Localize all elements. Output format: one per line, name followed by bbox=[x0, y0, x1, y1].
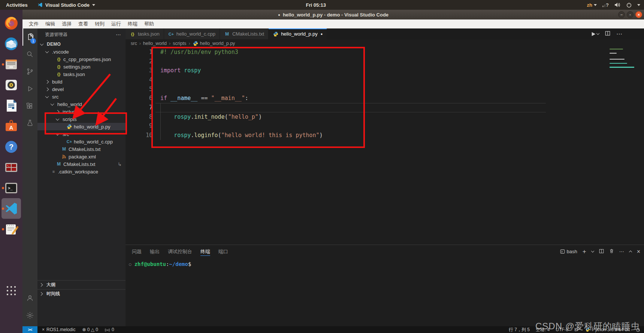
terminal-instance-bash[interactable]: bash bbox=[560, 249, 577, 254]
code-line-9[interactable]: 9 bbox=[126, 121, 644, 131]
tree-item-include[interactable]: include bbox=[37, 108, 126, 115]
activitybar-settings[interactable] bbox=[22, 307, 37, 324]
dock-item-file-manager[interactable] bbox=[1, 54, 21, 75]
code-line-8[interactable]: 8 rospy.init_node("hello_p") bbox=[126, 112, 644, 122]
tree-item-tasks.json[interactable]: {}tasks.json bbox=[37, 70, 126, 78]
menu-转到[interactable]: 转到 bbox=[91, 21, 108, 27]
status-ros-status[interactable]: ×ROS1.melodic bbox=[42, 327, 75, 332]
breadcrumb[interactable]: src›hello_world›scripts›hello_world_p.py bbox=[126, 39, 644, 48]
menu-选择[interactable]: 选择 bbox=[58, 21, 75, 27]
code-line-5[interactable]: 5 bbox=[126, 85, 644, 94]
menu-帮助[interactable]: 帮助 bbox=[141, 21, 157, 27]
breadcrumb-item-src[interactable]: src bbox=[131, 41, 137, 46]
run-button[interactable] bbox=[591, 31, 599, 37]
status-ros-network[interactable]: 0 bbox=[105, 327, 114, 332]
dock-item-show-applications[interactable] bbox=[1, 280, 21, 301]
tree-item-DEMO[interactable]: DEMO bbox=[37, 40, 126, 48]
tree-item-scripts[interactable]: scripts bbox=[37, 115, 126, 123]
tree-item-hello_world_p.py[interactable]: hello_world_p.py bbox=[37, 123, 126, 130]
tree-item-devel[interactable]: devel bbox=[37, 85, 126, 93]
breadcrumb-item-scripts[interactable]: scripts bbox=[173, 41, 186, 46]
dock-item-terminator[interactable]: >_ bbox=[1, 157, 21, 178]
clock[interactable]: Fri 05:13 bbox=[306, 2, 326, 8]
dock-item-vscode[interactable] bbox=[1, 198, 21, 219]
minimap[interactable] bbox=[610, 49, 636, 69]
panel-tab-终端[interactable]: 终端 bbox=[200, 245, 210, 258]
activitybar-explorer[interactable]: 1 bbox=[22, 28, 37, 46]
dock-item-media-player[interactable] bbox=[1, 75, 21, 95]
tree-item-hello_world[interactable]: hello_world bbox=[37, 100, 126, 108]
tab-tasks.json[interactable]: {}tasks.json bbox=[126, 28, 164, 39]
new-terminal-button[interactable]: + bbox=[583, 248, 586, 255]
tree-item-.vscode[interactable]: .vscode bbox=[37, 48, 126, 55]
more-actions-button[interactable]: ⋯ bbox=[616, 30, 622, 37]
activitybar-testing[interactable] bbox=[22, 115, 37, 132]
keyboard-layout-indicator[interactable]: zh bbox=[587, 2, 597, 8]
tree-item-settings.json[interactable]: {}settings.json bbox=[37, 63, 126, 70]
code-line-10[interactable]: 10 rospy.loginfo("hello world! this is p… bbox=[126, 131, 644, 140]
tree-item-CMakeLists.txt[interactable]: MCMakeLists.txt bbox=[37, 145, 126, 153]
menu-终端[interactable]: 终端 bbox=[124, 21, 141, 27]
sidebar-section-大纲[interactable]: 大纲 bbox=[37, 280, 126, 289]
dock-item-help[interactable]: ? bbox=[1, 136, 21, 157]
activitybar-account[interactable] bbox=[22, 290, 37, 307]
tree-item-src[interactable]: src bbox=[37, 130, 126, 138]
tree-item-build[interactable]: build bbox=[37, 78, 126, 85]
kill-terminal-button[interactable] bbox=[609, 248, 614, 255]
maximize-panel-icon[interactable] bbox=[629, 251, 632, 254]
dock-item-text-editor[interactable] bbox=[1, 219, 21, 239]
dock-item-firefox[interactable] bbox=[1, 13, 21, 33]
split-editor-button[interactable] bbox=[605, 31, 610, 37]
menu-查看[interactable]: 查看 bbox=[75, 21, 91, 27]
status-problems[interactable]: ⊗ 0 △ 0 bbox=[82, 327, 98, 332]
status-cursor-position[interactable]: 行 7，列 5 bbox=[509, 327, 530, 333]
activitybar-run-debug[interactable] bbox=[22, 80, 37, 97]
remote-indicator[interactable]: >< bbox=[22, 326, 37, 333]
tree-item-CMakeLists.txt[interactable]: MCMakeLists.txt↳ bbox=[37, 160, 126, 168]
close-button[interactable]: × bbox=[635, 11, 642, 18]
maximize-button[interactable]: ▫ bbox=[627, 11, 634, 18]
code-line-1[interactable]: 1#! /usr/bin/env python3 bbox=[126, 48, 644, 57]
window-titlebar[interactable]: ● hello_world_p.py - demo - Visual Studi… bbox=[22, 10, 644, 19]
tab-CMakeLists.txt[interactable]: MCMakeLists.txt bbox=[220, 28, 269, 39]
terminal-content[interactable]: ○ zhf@ubuntu:~/demo$ bbox=[126, 258, 644, 267]
activitybar-search[interactable] bbox=[22, 46, 37, 63]
tab-hello_world_c.cpp[interactable]: C+hello_world_c.cpp bbox=[164, 28, 220, 39]
tree-item-c_cpp_properties.json[interactable]: {}c_cpp_properties.json bbox=[37, 55, 126, 63]
split-terminal-button[interactable] bbox=[599, 249, 604, 255]
panel-more-actions[interactable]: ⋯ bbox=[619, 249, 624, 254]
tree-item-src[interactable]: src bbox=[37, 93, 126, 100]
code-editor[interactable]: 1#! /usr/bin/env python323import rospy45… bbox=[126, 48, 644, 245]
code-line-2[interactable]: 2 bbox=[126, 57, 644, 66]
tree-item-hello_world_c.cpp[interactable]: C+hello_world_c.cpp bbox=[37, 138, 126, 145]
app-menu-button[interactable]: Visual Studio Code bbox=[34, 2, 99, 8]
panel-tab-端口[interactable]: 端口 bbox=[218, 245, 228, 258]
code-line-6[interactable]: 6if __name__ == "__main__": bbox=[126, 94, 644, 103]
code-line-7[interactable]: 7 bbox=[126, 103, 644, 112]
breadcrumb-item-hello_world_p.py[interactable]: hello_world_p.py bbox=[193, 41, 235, 46]
panel-tab-调试控制台[interactable]: 调试控制台 bbox=[168, 245, 192, 258]
tab-hello_world_p.py[interactable]: hello_world_p.py● bbox=[269, 28, 327, 39]
tree-item-.catkin_workspace[interactable]: ≡.catkin_workspace bbox=[37, 168, 126, 175]
menu-编辑[interactable]: 编辑 bbox=[42, 21, 58, 27]
terminal-dropdown-icon[interactable] bbox=[591, 249, 594, 252]
dock-item-thunderbird[interactable] bbox=[1, 33, 21, 54]
dock-item-terminal[interactable]: >_ bbox=[1, 178, 21, 198]
breadcrumb-item-hello_world[interactable]: hello_world bbox=[143, 41, 167, 46]
activitybar-extensions[interactable] bbox=[22, 97, 37, 115]
menu-文件[interactable]: 文件 bbox=[25, 21, 42, 27]
code-line-3[interactable]: 3import rospy bbox=[126, 66, 644, 75]
activitybar-source-control[interactable] bbox=[22, 63, 37, 80]
panel-tab-问题[interactable]: 问题 bbox=[132, 245, 142, 258]
network-question-icon[interactable]: ? bbox=[602, 2, 609, 8]
close-panel-button[interactable]: × bbox=[637, 248, 640, 255]
sidebar-section-时间线[interactable]: 时间线 bbox=[37, 289, 126, 298]
dock-item-ubuntu-software[interactable]: A bbox=[1, 116, 21, 136]
volume-icon[interactable] bbox=[614, 2, 621, 8]
chevron-down-icon[interactable] bbox=[637, 4, 640, 6]
dock-item-libreoffice-writer[interactable] bbox=[1, 95, 21, 116]
menu-运行[interactable]: 运行 bbox=[108, 21, 124, 27]
tree-item-package.xml[interactable]: package.xml bbox=[37, 153, 126, 160]
code-line-4[interactable]: 4 bbox=[126, 75, 644, 85]
power-icon[interactable] bbox=[626, 2, 632, 8]
